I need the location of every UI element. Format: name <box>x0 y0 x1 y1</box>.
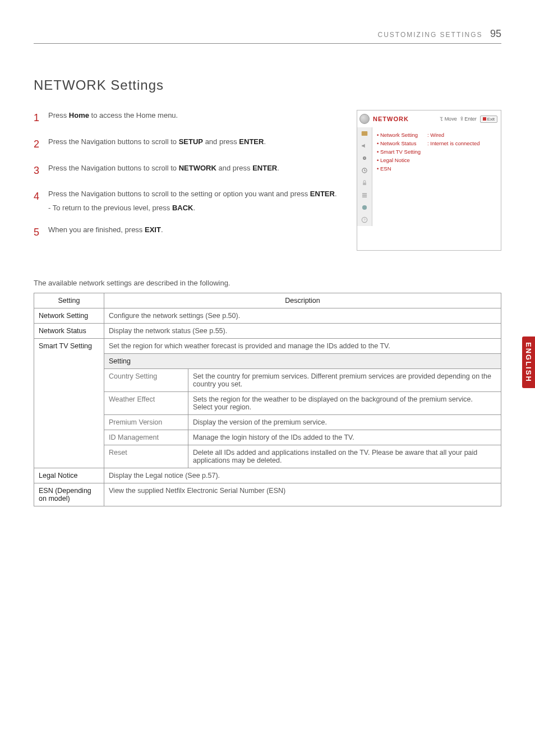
th-description: Description <box>104 293 501 308</box>
step-text: Press the Navigation buttons to scroll t… <box>48 190 310 198</box>
row-label-smart-tv: Smart TV Setting <box>34 338 104 468</box>
svg-rect-0 <box>362 131 368 136</box>
page-number: 95 <box>490 28 501 39</box>
row-label-network-status: Network Status <box>34 323 104 338</box>
row-desc: Display the network status (See p.55). <box>104 323 501 338</box>
clock-icon[interactable] <box>357 164 372 177</box>
lock-icon[interactable] <box>357 177 372 189</box>
svg-point-8 <box>362 205 367 210</box>
picture-icon[interactable] <box>357 127 372 140</box>
step-text: Press the Navigation buttons to scroll t… <box>48 164 179 172</box>
sub-desc: Set the country for premium services. Di… <box>188 368 501 391</box>
step-text: When you are finished, press <box>48 225 145 234</box>
svg-text:?: ? <box>363 218 366 222</box>
gear-icon[interactable] <box>357 152 372 164</box>
osd-hint-move: ꔂ Move <box>440 116 457 122</box>
globe-icon <box>359 114 370 124</box>
step-bold-exit: EXIT <box>145 225 161 234</box>
table-row: Network Setting Configure the network se… <box>34 308 501 323</box>
step-sub-text: . <box>193 204 195 212</box>
osd-item-esn[interactable]: ESN <box>377 164 496 173</box>
osd-item-value: : Wired <box>427 132 444 138</box>
step-text: Press <box>48 111 69 119</box>
step-number: 5 <box>34 224 48 241</box>
svg-rect-4 <box>363 182 366 185</box>
step-1: 1 Press Home to access the Home menu. <box>34 110 347 126</box>
osd-title: NETWORK <box>373 116 436 122</box>
osd-item-label: Smart TV Setting <box>377 149 427 155</box>
sub-header-setting: Setting <box>104 353 501 368</box>
table-row: Network Status Display the network statu… <box>34 323 501 338</box>
osd-item-label: ESN <box>377 165 427 172</box>
osd-item-legal-notice[interactable]: Legal Notice <box>377 156 496 164</box>
step-number: 1 <box>34 110 48 126</box>
step-number: 3 <box>34 163 48 179</box>
support-icon[interactable]: ? <box>357 214 372 226</box>
step-4: 4 Press the Navigation buttons to scroll… <box>34 188 347 214</box>
osd-icon-strip: ? <box>357 127 372 226</box>
step-bold-enter: ENTER <box>252 164 277 172</box>
osd-list: Network Setting : Wired Network Status :… <box>372 127 501 226</box>
step-bold-back: BACK <box>172 204 193 212</box>
table-row: Smart TV Setting Set the region for whic… <box>34 338 501 353</box>
osd-item-network-setting[interactable]: Network Setting : Wired <box>377 131 496 139</box>
language-tab: ENGLISH <box>522 336 535 388</box>
step-number: 4 <box>34 188 48 214</box>
step-text: . <box>277 164 279 172</box>
osd-item-label: Legal Notice <box>377 157 427 163</box>
table-intro: The available network settings are descr… <box>34 279 501 287</box>
sub-desc: Manage the login history of the IDs adde… <box>188 430 501 445</box>
table-row: Reset Delete all IDs added and applicati… <box>34 445 501 468</box>
page-header: CUSTOMIZING SETTINGS 95 <box>34 28 501 44</box>
step-text: . <box>335 190 337 198</box>
step-text: . <box>264 137 266 146</box>
steps-list: 1 Press Home to access the Home menu. 2 … <box>34 110 347 251</box>
osd-panel: NETWORK ꔂ Move ꕉ Enter Exit ? Network Se… <box>357 110 501 251</box>
osd-item-label: Network Status <box>377 140 427 146</box>
osd-item-network-status[interactable]: Network Status : Internet is connected <box>377 139 496 147</box>
sub-label-premium: Premium Version <box>104 414 188 430</box>
step-bold-home: Home <box>69 111 89 119</box>
th-setting: Setting <box>34 293 104 308</box>
row-desc: Configure the network settings (See p.50… <box>104 308 501 323</box>
row-desc: Display the Legal notice (See p.57). <box>104 468 501 483</box>
network-icon[interactable] <box>357 201 372 214</box>
sub-desc: Sets the region for the weather to be di… <box>188 391 501 414</box>
row-label-network-setting: Network Setting <box>34 308 104 323</box>
svg-rect-5 <box>362 193 367 195</box>
sub-label-weather: Weather Effect <box>104 391 188 414</box>
step-2: 2 Press the Navigation buttons to scroll… <box>34 136 347 153</box>
row-desc: View the supplied Netfilx Electronic Ser… <box>104 483 501 506</box>
table-row: Country Setting Set the country for prem… <box>34 368 501 391</box>
osd-exit-label: Exit <box>487 117 495 122</box>
osd-item-smart-tv[interactable]: Smart TV Setting <box>377 147 496 156</box>
audio-icon[interactable] <box>357 140 372 152</box>
section-title: CUSTOMIZING SETTINGS <box>378 31 483 39</box>
step-text: Press the Navigation buttons to scroll t… <box>48 137 179 146</box>
settings-table: Setting Description Network Setting Conf… <box>34 293 501 506</box>
step-text: and press <box>216 164 252 172</box>
sub-desc: Display the version of the premium servi… <box>188 414 501 430</box>
step-number: 2 <box>34 136 48 153</box>
svg-point-2 <box>364 158 365 159</box>
table-row: Legal Notice Display the Legal notice (S… <box>34 468 501 483</box>
svg-rect-6 <box>362 195 367 196</box>
page-title: NETWORK Settings <box>34 77 501 93</box>
row-label-esn: ESN (Depending on model) <box>34 483 104 506</box>
osd-item-label: Network Setting <box>377 132 427 138</box>
table-row: ESN (Depending on model) View the suppli… <box>34 483 501 506</box>
table-row: ID Management Manage the login history o… <box>34 430 501 445</box>
table-row: Setting <box>34 353 501 368</box>
step-text: and press <box>203 137 239 146</box>
sub-label-reset: Reset <box>104 445 188 468</box>
step-bold-network: NETWORK <box>179 164 216 172</box>
step-sub-text: - To return to the previous level, press <box>48 204 172 212</box>
osd-hint-enter: ꕉ Enter <box>460 116 477 122</box>
step-bold-enter: ENTER <box>239 137 264 146</box>
table-row: Premium Version Display the version of t… <box>34 414 501 430</box>
options-icon[interactable] <box>357 189 372 201</box>
table-row: Weather Effect Sets the region for the w… <box>34 391 501 414</box>
svg-rect-7 <box>362 196 367 197</box>
osd-exit-button[interactable]: Exit <box>480 116 497 123</box>
sub-label-country: Country Setting <box>104 368 188 391</box>
